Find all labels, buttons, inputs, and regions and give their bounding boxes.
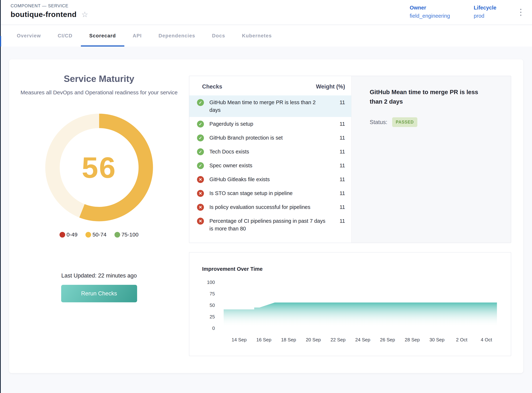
check-status-icon: ✕ xyxy=(197,204,204,211)
check-weight: 11 xyxy=(332,148,345,155)
tab-label: Kubernetes xyxy=(242,33,272,39)
lifecycle-label: Lifecycle xyxy=(474,5,496,11)
tab[interactable]: API xyxy=(124,25,150,47)
legend-item: 50-74 xyxy=(85,231,106,238)
weight-column-header: Weight (%) xyxy=(316,83,345,90)
check-status-icon: ✓ xyxy=(197,121,204,128)
lifecycle-value: prod xyxy=(474,13,496,19)
checks-and-chart: Checks Weight (%) ✓ GitHub Mean time to … xyxy=(189,59,511,373)
check-row[interactable]: ✓ Tech Docs exists 11 xyxy=(189,145,351,158)
check-weight: 11 xyxy=(332,217,345,225)
x-tick: 14 Sep xyxy=(232,337,246,343)
owner-value-link[interactable]: field_engineering xyxy=(410,13,450,19)
check-label: Is policy evaluation successful for pipe… xyxy=(209,203,332,211)
check-weight: 11 xyxy=(332,203,345,211)
score-donut-hole: 56 xyxy=(60,128,139,207)
tab-label: API xyxy=(133,33,142,39)
entity-heading: COMPONENT — SERVICE boutique-frontend ☆ xyxy=(10,3,88,19)
checks-list-header: Checks Weight (%) xyxy=(189,83,351,90)
check-label: Spec owner exists xyxy=(209,162,332,169)
check-row[interactable]: ✕ Is policy evaluation successful for pi… xyxy=(189,200,351,214)
check-row[interactable]: ✕ Is STO scan stage setup in pipeline 11 xyxy=(189,186,351,200)
score-value: 56 xyxy=(82,151,116,184)
legend-item: 0-49 xyxy=(60,231,77,238)
entity-tabs: Overview CI/CD Scorecard API Dependencie… xyxy=(0,25,532,47)
last-updated-text: Last Updated: 22 minutes ago xyxy=(61,272,137,279)
x-tick: 4 Oct xyxy=(481,337,492,343)
check-status-icon: ✓ xyxy=(197,162,204,169)
tab-label: Overview xyxy=(17,33,41,39)
scorecard-title: Service Maturity xyxy=(64,74,134,84)
check-row[interactable]: ✓ GitHub Branch protection is set 11 xyxy=(189,131,351,145)
x-tick: 18 Sep xyxy=(281,337,296,343)
check-status-icon: ✓ xyxy=(197,134,204,141)
top-bar: COMPONENT — SERVICE boutique-frontend ☆ … xyxy=(0,0,532,25)
kebab-menu-icon[interactable] xyxy=(520,5,522,16)
x-tick: 28 Sep xyxy=(405,337,420,343)
x-tick: 24 Sep xyxy=(355,337,370,343)
check-status-icon: ✕ xyxy=(197,218,204,225)
check-row[interactable]: ✕ GitHub Gitleaks file exists 11 xyxy=(189,172,351,186)
tab[interactable]: CI/CD xyxy=(49,25,81,47)
legend-dot xyxy=(85,232,91,238)
favorite-star-icon[interactable]: ☆ xyxy=(81,11,88,18)
check-row[interactable]: ✓ Spec owner exists 11 xyxy=(189,158,351,172)
y-tick: 75 xyxy=(210,291,215,297)
owner-block: Owner field_engineering xyxy=(410,5,450,19)
y-tick: 0 xyxy=(212,325,215,331)
check-label: Percentage of CI pipelines passing in pa… xyxy=(209,217,332,232)
tab[interactable]: Kubernetes xyxy=(234,25,280,47)
tab-label: Dependencies xyxy=(159,33,195,39)
improvement-chart-title: Improvement Over Time xyxy=(202,266,497,272)
service-maturity-panel: Service Maturity Measures all DevOps and… xyxy=(9,59,189,373)
score-donut-chart: 56 xyxy=(45,114,153,221)
check-row[interactable]: ✕ Percentage of CI pipelines passing in … xyxy=(189,214,351,236)
checks-column-header: Checks xyxy=(202,83,222,90)
x-axis: 14 Sep16 Sep18 Sep20 Sep22 Sep24 Sep26 S… xyxy=(224,335,497,346)
legend-label: 50-74 xyxy=(92,231,106,238)
check-weight: 11 xyxy=(332,120,345,128)
check-detail-title: GitHub Mean time to merge PR is less tha… xyxy=(370,87,490,106)
check-status-row: Status: PASSED xyxy=(370,117,500,127)
main-content: Service Maturity Measures all DevOps and… xyxy=(0,47,532,373)
check-weight: 11 xyxy=(332,189,345,197)
check-rows: ✓ GitHub Mean time to merge PR is less t… xyxy=(189,95,351,243)
x-tick: 22 Sep xyxy=(330,337,345,343)
x-tick: 20 Sep xyxy=(306,337,321,343)
tab[interactable]: Dependencies xyxy=(150,25,204,47)
check-weight: 11 xyxy=(332,176,345,183)
legend-dot xyxy=(114,232,120,238)
scorecard-subtitle: Measures all DevOps and Operational read… xyxy=(19,88,179,97)
x-tick: 30 Sep xyxy=(429,337,444,343)
check-status-icon: ✕ xyxy=(197,190,204,197)
tab-label: Scorecard xyxy=(89,33,116,39)
check-label: GitHub Mean time to merge PR is less tha… xyxy=(209,98,332,114)
check-row[interactable]: ✓ Pagerduty is setup 11 xyxy=(189,117,351,131)
improvement-chart-panel: Improvement Over Time 1007550250 xyxy=(189,252,511,356)
tab[interactable]: Scorecard xyxy=(81,25,124,47)
check-status-icon: ✕ xyxy=(197,176,204,183)
x-tick: 2 Oct xyxy=(456,337,467,343)
score-legend: 0-49 50-74 75-100 xyxy=(60,231,138,238)
scorecard-card: Service Maturity Measures all DevOps and… xyxy=(9,59,523,373)
y-tick: 100 xyxy=(207,280,215,285)
legend-item: 75-100 xyxy=(114,231,138,238)
y-tick: 25 xyxy=(210,314,215,320)
rerun-checks-button[interactable]: Rerun Checks xyxy=(61,285,137,302)
check-label: GitHub Gitleaks file exists xyxy=(209,176,332,183)
checks-list: Checks Weight (%) ✓ GitHub Mean time to … xyxy=(189,76,351,243)
check-label: Pagerduty is setup xyxy=(209,120,332,128)
check-weight: 11 xyxy=(332,98,345,106)
check-status-icon: ✓ xyxy=(197,99,204,106)
check-label: Is STO scan stage setup in pipeline xyxy=(209,189,332,197)
tab[interactable]: Docs xyxy=(204,25,234,47)
legend-label: 75-100 xyxy=(121,231,138,238)
tab[interactable]: Overview xyxy=(8,25,49,47)
check-status-icon: ✓ xyxy=(197,148,204,155)
check-row[interactable]: ✓ GitHub Mean time to merge PR is less t… xyxy=(189,95,351,117)
check-label: GitHub Branch protection is set xyxy=(209,134,332,142)
area-chart-svg xyxy=(224,282,497,328)
status-badge: PASSED xyxy=(392,117,418,127)
tab-label: CI/CD xyxy=(58,33,72,39)
left-edge-accent xyxy=(0,36,1,47)
